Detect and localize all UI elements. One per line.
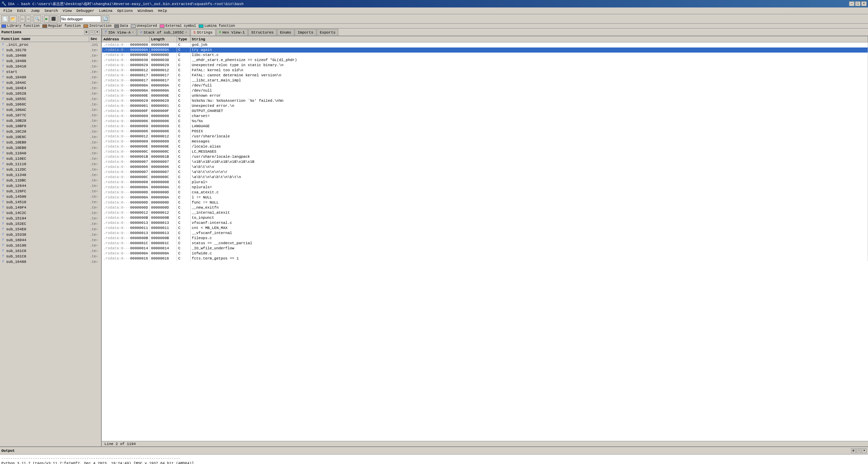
table-row[interactable]: .rodata:0···0000001200000012CFATAL: kern… (102, 68, 868, 73)
function-row[interactable]: f sub_10528 .te› (0, 91, 101, 96)
table-row[interactable]: .rodata:0···0000000800000008Cplural= (102, 180, 868, 185)
table-row[interactable]: .rodata:0···0000000900000009CLANGUAGE (102, 124, 868, 129)
panel-max-button[interactable]: □ (90, 30, 94, 35)
menu-item-help[interactable]: Help (156, 8, 169, 13)
function-row[interactable]: f sub_104AC .te› (0, 80, 101, 85)
function-row[interactable]: f sub_1055C .te› (0, 96, 101, 102)
tab-stack[interactable]: ≡Stack of sub_1055C× (137, 29, 190, 36)
functions-list[interactable]: f .init_proc .ini f sub_10170 .te› f sub… (0, 42, 101, 446)
function-row[interactable]: f sub_10C20 .te› (0, 129, 101, 134)
forward-button[interactable]: → (26, 15, 31, 23)
table-row[interactable]: .rodata:0···0000001300000013C__vfscanf_i… (102, 231, 868, 236)
function-row[interactable]: f sub_128FC .te› (0, 189, 101, 194)
function-row[interactable]: f sub_16190 .te› (0, 243, 101, 248)
tab-imports[interactable]: Imports (295, 29, 316, 36)
back-button[interactable]: ← (20, 15, 25, 23)
table-row[interactable]: .rodata:0···0000001600000016Cfcts.term_g… (102, 256, 868, 261)
output-close-button[interactable]: × (862, 448, 867, 453)
table-row[interactable]: .rodata:0···0000003000000030C__ehdr_star… (102, 58, 868, 63)
table-row[interactable]: .rodata:0···0000000A0000000AC/dev/null (102, 88, 868, 93)
output-content[interactable]: ----------------------------------------… (0, 455, 868, 464)
menu-item-options[interactable]: Options (115, 8, 135, 13)
minimize-button[interactable]: − (849, 1, 854, 6)
refresh-button[interactable]: 🔄 (102, 15, 109, 23)
table-row[interactable]: .rodata:0···0000000D0000000DClibc-start.… (102, 53, 868, 58)
menu-item-debugger[interactable]: Debugger (74, 8, 96, 13)
table-row[interactable]: .rodata:0···0000001700000017C__libc_star… (102, 78, 868, 83)
table-row[interactable]: .rodata:0···0000000A0000000ACtry again (102, 47, 868, 53)
debugger-select[interactable] (60, 16, 101, 22)
table-row[interactable]: .rodata:0···0000002900000029C%s%s%s:%u: … (102, 98, 868, 103)
table-row[interactable]: .rodata:0···0000000D0000000DCcxa_atexit.… (102, 190, 868, 195)
menu-item-lumina[interactable]: Lumina (97, 8, 115, 13)
menu-item-jump[interactable]: Jump (29, 8, 42, 13)
table-row[interactable]: .rodata:0···0000000600000006C%s/%s (102, 119, 868, 124)
function-row[interactable]: f sub_10170 .te› (0, 47, 101, 53)
function-row[interactable]: f sub_14518 .te› (0, 199, 101, 205)
panel-float-button[interactable]: ⊞ (84, 30, 89, 35)
table-row[interactable]: .rodata:0···0000000D0000000DC__new_exitf… (102, 205, 868, 210)
search-button[interactable]: 🔍 (34, 15, 41, 23)
function-row[interactable]: f .init_proc .ini (0, 42, 101, 47)
table-row[interactable]: .rodata:0···0000000E0000000EC/locale.ali… (102, 144, 868, 149)
function-row[interactable]: f sub_112DC .te› (0, 167, 101, 172)
table-row[interactable]: .rodata:0···0000002900000029CUnexpected … (102, 63, 868, 68)
table-row[interactable]: .rodata:0···0000000600000006CPOSIX (102, 129, 868, 134)
run-button[interactable]: ▶ (44, 15, 49, 23)
table-row[interactable]: .rodata:0···0000001400000014C_IO_wfile_u… (102, 246, 868, 251)
function-row[interactable]: f sub_10408 .te› (0, 58, 101, 64)
function-row[interactable]: f sub_154E0 .te› (0, 227, 101, 232)
table-row[interactable]: .rodata:0···0000000A0000000ACiofwide.c (102, 251, 868, 256)
function-row[interactable]: f sub_1066C .te› (0, 102, 101, 107)
table-row[interactable]: .rodata:0···0000000600000006C\a\b\t\n\v (102, 165, 868, 170)
function-row[interactable]: f sub_110EC .te› (0, 156, 101, 161)
function-row[interactable]: f sub_10B28 .te› (0, 118, 101, 123)
function-row[interactable]: f sub_14500 .te› (0, 194, 101, 199)
function-row[interactable]: f sub_15194 .te› (0, 216, 101, 221)
table-row[interactable]: .rodata:0···0000000100000001CUnexpected … (102, 103, 868, 109)
tab-ida-view[interactable]: fIDA View-A× (102, 29, 137, 36)
function-row[interactable]: f sub_15338 .te› (0, 232, 101, 237)
table-row[interactable]: .rodata:0···0000000900000009Ccharset= (102, 114, 868, 119)
function-row[interactable]: f sub_11348 .te› (0, 172, 101, 178)
function-row[interactable]: f sub_10EB8 .te› (0, 145, 101, 151)
tab-close-button[interactable]: × (132, 31, 134, 34)
new-button[interactable]: 📄 (1, 15, 9, 23)
function-row[interactable]: f sub_149F4 .te› (0, 205, 101, 210)
table-row[interactable]: .rodata:0···0000001300000013Cvfscanf-int… (102, 220, 868, 226)
function-row[interactable]: f sub_104E4 .te› (0, 85, 101, 91)
table-row[interactable]: .rodata:0···0000000A0000000AC/dev/full (102, 83, 868, 88)
function-row[interactable]: f sub_161C8 .te› (0, 254, 101, 259)
menu-item-view[interactable]: View (61, 8, 74, 13)
function-row[interactable]: f sub_1077C .te› (0, 113, 101, 118)
output-max-button[interactable]: □ (856, 448, 861, 453)
tab-structures[interactable]: Structures (248, 29, 277, 36)
step-button[interactable]: ⬛ (50, 15, 57, 23)
table-row[interactable]: .rodata:0···0000000C0000000CCLC_MESSAGES (102, 149, 868, 154)
table-row[interactable]: .rodata:0···0000000A0000000ACnplurals= (102, 185, 868, 190)
function-row[interactable]: f sub_110A0 .te› (0, 151, 101, 156)
function-row[interactable]: f sub_10EB0 .te› (0, 140, 101, 145)
function-row[interactable]: f start .te› (0, 69, 101, 75)
menu-item-windows[interactable]: Windows (136, 8, 155, 13)
table-row[interactable]: .rodata:0···0000001200000012C/usr/share/… (102, 134, 868, 139)
tab-enums[interactable]: Enums (277, 29, 294, 36)
function-row[interactable]: f sub_10410 .te› (0, 64, 101, 69)
table-row[interactable]: .rodata:0···0000000800000008Cgod_job (102, 42, 868, 47)
output-float-button[interactable]: ⊞ (851, 448, 856, 453)
function-row[interactable]: f sub_11DBC .te› (0, 178, 101, 183)
function-row[interactable]: f sub_11110 .te› (0, 161, 101, 167)
tab-hex-view[interactable]: HHex View-1 (216, 29, 248, 36)
table-row[interactable]: .rodata:0···0000000E0000000ECunknown err… (102, 93, 868, 98)
function-row[interactable]: f sub_10BF0 .te› (0, 123, 101, 129)
table-row[interactable]: .rodata:0···0000001100000011Ccnt < MB_LE… (102, 226, 868, 231)
table-row[interactable]: .rodata:0···0000001700000017CFATAL: cann… (102, 73, 868, 78)
function-row[interactable]: f sub_16488 .te› (0, 259, 101, 265)
function-row[interactable]: f sub_10400 .te› (0, 53, 101, 58)
maximize-button[interactable]: □ (855, 1, 861, 6)
function-row[interactable]: f sub_12644 .te› (0, 183, 101, 189)
table-row[interactable]: .rodata:0···0000001C0000001CCstatus == _… (102, 241, 868, 246)
table-row[interactable]: .rodata:0···0000000D0000000DCfunc != NUL… (102, 200, 868, 205)
table-row[interactable]: .rodata:0···0000000B0000000BCfileops.c (102, 236, 868, 241)
table-row[interactable]: .rodata:0···0000000F0000000FCOUTPUT_CHAR… (102, 109, 868, 114)
